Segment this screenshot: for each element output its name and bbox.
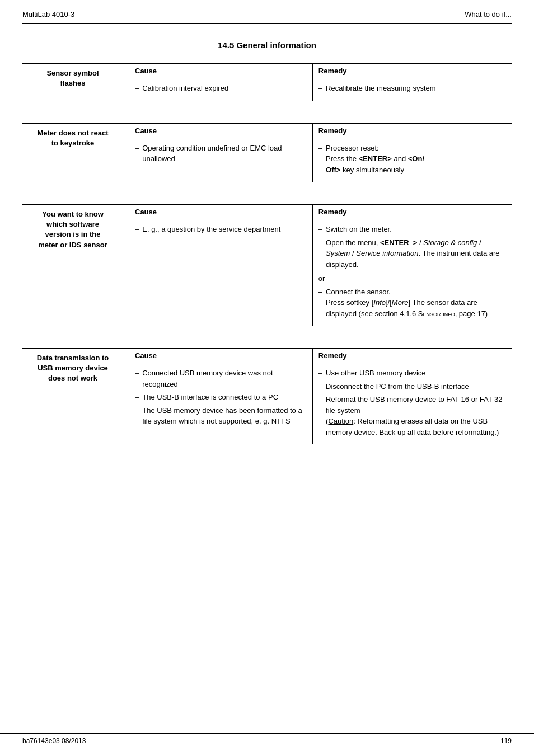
remedy-text-sensor-1: Recalibrate the measuring system (326, 83, 506, 94)
table-body-sensor: – Calibration interval expired – Recalib… (129, 78, 512, 101)
remedy-col-meter: – Processor reset: Press the <ENTER> and… (313, 138, 512, 182)
remedy-text-meter-1: Processor reset: Press the <ENTER> and <… (326, 143, 506, 176)
remedy-text-usb-1: Use other USB memory device (326, 368, 506, 379)
footer-right: 119 (500, 737, 512, 745)
cause-header-software: Cause (129, 205, 313, 219)
remedy-col-sensor: – Recalibrate the measuring system (313, 78, 512, 101)
remedy-item-software-1: – Switch on the meter. (318, 224, 506, 235)
table-body-software: – E. g., a question by the service depar… (129, 219, 512, 326)
cause-item-meter-1: – Operating condition undefined or EMC l… (135, 143, 307, 165)
remedy-item-software-2: – Open the menu, <ENTER_> / Storage & co… (318, 237, 506, 270)
table-header-sensor: Cause Remedy (129, 64, 512, 78)
remedy-item-usb-3: – Reformat the USB memory device to FAT … (318, 394, 506, 438)
section-name: General information (236, 40, 316, 50)
remedy-item-meter-1: – Processor reset: Press the <ENTER> and… (318, 143, 506, 176)
cause-item-software-1: – E. g., a question by the service depar… (135, 224, 307, 235)
dash-icon: – (135, 224, 139, 235)
remedy-text-software-3: Connect the sensor. Press softkey [Info]… (326, 287, 506, 320)
dash-icon: – (318, 394, 322, 438)
cause-col-sensor: – Calibration interval expired (129, 78, 313, 101)
trouble-block-software: You want to knowwhich softwareversion is… (22, 204, 512, 326)
trouble-block-sensor: Sensor symbolflashes Cause Remedy – Cali… (22, 63, 512, 101)
remedy-header-meter: Remedy (313, 124, 512, 138)
trouble-table-sensor: Cause Remedy – Calibration interval expi… (129, 64, 512, 101)
cause-text-usb-2: The USB-B interface is connected to a PC (142, 392, 307, 403)
header-right: What to do if... (465, 10, 512, 18)
table-header-meter: Cause Remedy (129, 124, 512, 138)
cause-header-usb: Cause (129, 349, 313, 363)
remedy-col-software: – Switch on the meter. – Open the menu, … (313, 219, 512, 326)
trouble-block-usb: Data transmission toUSB memory devicedoe… (22, 348, 512, 444)
cause-text-meter-1: Operating condition undefined or EMC loa… (142, 143, 307, 165)
remedy-text-software-1: Switch on the meter. (326, 224, 506, 235)
remedy-text-usb-3: Reformat the USB memory device to FAT 16… (326, 394, 506, 438)
footer-left: ba76143e03 08/2013 (22, 737, 86, 745)
table-header-software: Cause Remedy (129, 205, 512, 219)
dash-icon: – (318, 368, 322, 379)
section-title: 14.5 General information (22, 40, 512, 50)
cause-text-usb-1: Connected USB memory device was not reco… (142, 368, 307, 389)
trouble-block-meter: Meter does not reactto keystroke Cause R… (22, 123, 512, 182)
cause-item-usb-2: – The USB-B interface is connected to a … (135, 392, 307, 403)
cause-text-usb-3: The USB memory device has been formatted… (142, 405, 307, 427)
cause-item-sensor-1: – Calibration interval expired (135, 83, 307, 94)
table-header-usb: Cause Remedy (129, 349, 512, 363)
trouble-label-meter: Meter does not reactto keystroke (22, 124, 129, 182)
trouble-table-usb: Cause Remedy – Connected USB memory devi… (129, 349, 512, 444)
remedy-col-usb: – Use other USB memory device – Disconne… (313, 363, 512, 444)
remedy-text-usb-2: Disconnect the PC from the USB-B interfa… (326, 381, 506, 392)
dash-icon: – (135, 392, 139, 403)
trouble-table-meter: Cause Remedy – Operating condition undef… (129, 124, 512, 182)
cause-text-sensor-1: Calibration interval expired (142, 83, 307, 94)
dash-icon: – (318, 237, 322, 270)
remedy-header-usb: Remedy (313, 349, 512, 363)
dash-icon: – (135, 143, 139, 165)
remedy-text-software-2: Open the menu, <ENTER_> / Storage & conf… (326, 237, 506, 270)
page-header: MultiLab 4010-3 What to do if... (0, 0, 534, 23)
section-number: 14.5 (218, 40, 234, 50)
cause-col-meter: – Operating condition undefined or EMC l… (129, 138, 313, 182)
or-separator: or (318, 273, 506, 284)
table-body-meter: – Operating condition undefined or EMC l… (129, 138, 512, 182)
trouble-table-software: Cause Remedy – E. g., a question by the … (129, 205, 512, 326)
dash-icon: – (318, 83, 322, 94)
dash-icon: – (318, 143, 322, 176)
cause-header-sensor: Cause (129, 64, 313, 78)
remedy-item-software-3: – Connect the sensor. Press softkey [Inf… (318, 287, 506, 320)
dash-icon: – (135, 83, 139, 94)
cause-col-software: – E. g., a question by the service depar… (129, 219, 313, 326)
dash-icon: – (318, 381, 322, 392)
remedy-item-usb-1: – Use other USB memory device (318, 368, 506, 379)
remedy-header-sensor: Remedy (313, 64, 512, 78)
trouble-label-usb: Data transmission toUSB memory devicedoe… (22, 349, 129, 444)
trouble-label-software: You want to knowwhich softwareversion is… (22, 205, 129, 326)
remedy-item-usb-2: – Disconnect the PC from the USB-B inter… (318, 381, 506, 392)
remedy-header-software: Remedy (313, 205, 512, 219)
header-left: MultiLab 4010-3 (22, 10, 74, 18)
trouble-label-sensor: Sensor symbolflashes (22, 64, 129, 101)
cause-item-usb-1: – Connected USB memory device was not re… (135, 368, 307, 389)
remedy-item-sensor-1: – Recalibrate the measuring system (318, 83, 506, 94)
main-content: 14.5 General information Sensor symbolfl… (0, 24, 534, 491)
dash-icon: – (135, 405, 139, 427)
table-body-usb: – Connected USB memory device was not re… (129, 363, 512, 444)
cause-item-usb-3: – The USB memory device has been formatt… (135, 405, 307, 427)
page-footer: ba76143e03 08/2013 119 (0, 733, 534, 745)
cause-col-usb: – Connected USB memory device was not re… (129, 363, 313, 444)
dash-icon: – (318, 224, 322, 235)
cause-header-meter: Cause (129, 124, 313, 138)
dash-icon: – (318, 287, 322, 320)
cause-text-software-1: E. g., a question by the service departm… (142, 224, 307, 235)
dash-icon: – (135, 368, 139, 389)
